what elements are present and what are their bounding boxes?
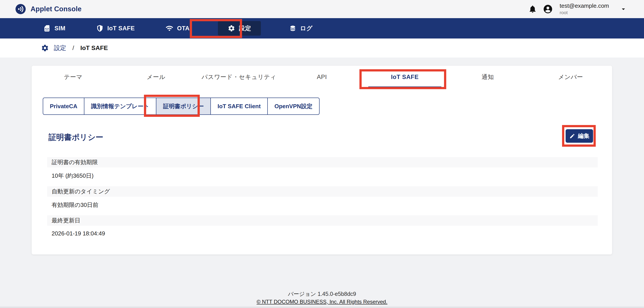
caret-down-icon[interactable] [620,5,627,13]
gear-icon [41,44,49,52]
iot-safe-subtabs: PrivateCA 識別情報テンプレート 証明書ポリシー IoT SAFE Cl… [43,98,320,115]
copyright-link-wrap: © NTT DOCOMO BUSINESS, Inc. All Rights R… [0,299,644,305]
field-value: 10年 (約3650日) [47,168,598,180]
user-email: test@example.com [560,3,609,9]
field-last-updated: 最終更新日 2026-01-19 18:04:49 [47,215,598,237]
logs-icon [289,25,296,32]
main-nav: SIM IoT SAFE OTA 設定 ログ [0,18,644,38]
edit-button-label: 編集 [578,132,590,140]
nav-item-ota[interactable]: OTA [163,21,192,36]
tab-notification[interactable]: 通知 [446,66,529,88]
breadcrumb: 設定 / IoT SAFE [0,38,644,57]
field-value: 有効期限の30日前 [47,197,598,209]
field-auto-renew-timing: 自動更新のタイミング 有効期限の30日前 [47,186,598,209]
tab-members[interactable]: メンバー [529,66,612,88]
shield-icon [96,24,104,32]
app-title: Applet Console [30,5,82,13]
subtab-identity-template[interactable]: 識別情報テンプレート [84,98,156,115]
settings-card: テーマ メール パスワード・セキュリティ API IoT SAFE 通知 メンバ… [32,66,612,255]
nav-item-iot-safe[interactable]: IoT SAFE [94,21,137,36]
copyright-link[interactable]: © NTT DOCOMO BUSINESS, Inc. All Rights R… [257,299,388,305]
pencil-icon [569,133,575,139]
nav-item-label: IoT SAFE [108,25,135,32]
nav-item-label: 設定 [239,24,251,32]
user-menu[interactable]: test@example.com root [560,3,609,15]
subtab-iot-safe-client[interactable]: IoT SAFE Client [210,98,268,115]
nav-item-settings[interactable]: 設定 [218,21,261,36]
version-text: バージョン 1.45.0-e5b8dc9 [0,290,644,298]
nav-item-label: SIM [54,25,66,32]
subtab-private-ca[interactable]: PrivateCA [43,98,84,115]
breadcrumb-separator: / [72,44,74,51]
tab-api[interactable]: API [280,66,363,88]
subtab-cert-policy[interactable]: 証明書ポリシー [156,98,211,115]
nav-item-logs[interactable]: ログ [287,21,315,36]
settings-tabs: テーマ メール パスワード・セキュリティ API IoT SAFE 通知 メンバ… [32,66,612,88]
nav-item-label: OTA [177,25,190,32]
field-label: 最終更新日 [47,215,598,226]
sim-card-icon [43,24,51,32]
tab-password-security[interactable]: パスワード・セキュリティ [198,66,280,88]
field-value: 2026-01-19 18:04:49 [47,226,598,237]
account-circle-icon[interactable] [543,4,553,14]
active-tab-indicator [368,86,441,88]
app-logo[interactable]: Applet Console [16,4,82,14]
topbar-right: test@example.com root [528,0,627,18]
gear-icon [228,24,235,32]
tab-mail[interactable]: メール [114,66,197,88]
subtab-openvpn[interactable]: OpenVPN設定 [267,98,320,115]
tab-theme[interactable]: テーマ [32,66,114,88]
user-role: root [560,10,609,15]
field-label: 自動更新のタイミング [47,186,598,197]
nav-item-sim[interactable]: SIM [41,21,68,36]
field-label: 証明書の有効期限 [47,157,598,168]
bottom-edge [0,306,644,308]
edit-button[interactable]: 編集 [566,129,593,143]
page-title: 証明書ポリシー [48,132,103,142]
field-cert-validity: 証明書の有効期限 10年 (約3650日) [47,157,598,180]
top-app-bar: Applet Console test@example.com root [0,0,644,18]
breadcrumb-section[interactable]: 設定 [54,44,66,52]
nav-item-label: ログ [300,24,312,32]
wifi-icon [166,24,174,32]
breadcrumb-page: IoT SAFE [80,44,108,51]
tab-iot-safe[interactable]: IoT SAFE [364,66,446,88]
logo-signal-icon [16,4,26,14]
bell-icon[interactable] [528,5,537,13]
